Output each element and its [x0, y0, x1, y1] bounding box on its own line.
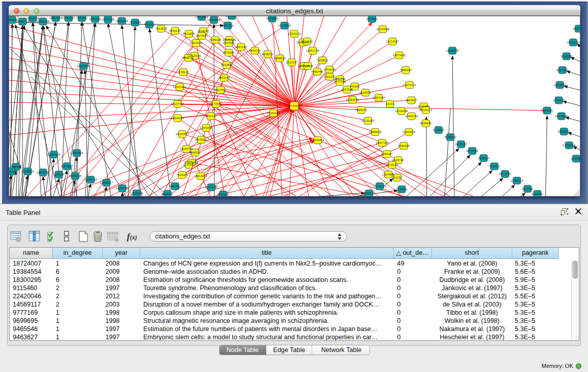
svg-text:8471676: 8471676 — [499, 172, 511, 176]
svg-text:16210643: 16210643 — [555, 115, 568, 118]
svg-text:1167533: 1167533 — [571, 157, 580, 160]
svg-text:9777169: 9777169 — [334, 80, 345, 83]
svg-text:9170065: 9170065 — [210, 102, 222, 105]
svg-text:12213967: 12213967 — [386, 40, 399, 43]
svg-text:1615132: 1615132 — [386, 163, 398, 166]
svg-text:9474444: 9474444 — [467, 149, 478, 152]
svg-text:12923446: 12923446 — [130, 192, 143, 195]
svg-text:12505135: 12505135 — [69, 174, 82, 178]
svg-text:10807487: 10807487 — [372, 96, 385, 99]
svg-text:8938920: 8938920 — [445, 136, 456, 139]
svg-text:9245652: 9245652 — [522, 187, 533, 190]
svg-text:62160: 62160 — [386, 102, 394, 105]
svg-text:10671355: 10671355 — [115, 19, 128, 23]
svg-text:6899695: 6899695 — [420, 122, 431, 125]
svg-text:15716485: 15716485 — [205, 186, 218, 189]
svg-text:15300243: 15300243 — [267, 112, 280, 115]
svg-text:7357224: 7357224 — [222, 24, 233, 27]
svg-text:17016504: 17016504 — [562, 144, 576, 147]
svg-text:10975867: 10975867 — [60, 165, 74, 168]
svg-text:8813054: 8813054 — [267, 17, 278, 20]
svg-text:1145194: 1145194 — [53, 173, 64, 176]
svg-text:2718176: 2718176 — [178, 71, 189, 74]
svg-text:15136141: 15136141 — [373, 185, 386, 188]
svg-text:8813054: 8813054 — [226, 16, 237, 17]
svg-text:10107554: 10107554 — [171, 102, 184, 105]
svg-text:2803144: 2803144 — [219, 76, 230, 79]
svg-text:15720407: 15720407 — [361, 119, 375, 122]
svg-text:1170342: 1170342 — [183, 163, 194, 166]
svg-text:2588520: 2588520 — [274, 57, 286, 60]
svg-text:11122334: 11122334 — [573, 27, 580, 30]
svg-text:15384554: 15384554 — [311, 139, 324, 142]
svg-text:10973493: 10973493 — [393, 54, 406, 57]
svg-text:8454749: 8454749 — [249, 49, 260, 52]
svg-text:16154838: 16154838 — [376, 28, 389, 31]
svg-text:11156829: 11156829 — [21, 170, 34, 173]
svg-text:16914479: 16914479 — [194, 174, 207, 178]
svg-text:10958117: 10958117 — [100, 181, 113, 184]
svg-text:18495794: 18495794 — [405, 115, 418, 118]
svg-text:9118273: 9118273 — [162, 192, 173, 195]
svg-text:8822110: 8822110 — [217, 193, 229, 196]
svg-text:7632621: 7632621 — [489, 165, 500, 168]
svg-text:10025438: 10025438 — [395, 110, 408, 113]
svg-text:9756928: 9756928 — [398, 144, 409, 147]
svg-text:12213342: 12213342 — [173, 85, 186, 89]
svg-text:20691406: 20691406 — [36, 20, 50, 23]
svg-text:7386372: 7386372 — [356, 108, 367, 112]
svg-text:19218506: 19218506 — [278, 24, 291, 27]
svg-text:9227342: 9227342 — [557, 69, 568, 72]
svg-text:12975115: 12975115 — [403, 83, 416, 86]
svg-text:17957225: 17957225 — [84, 178, 97, 181]
svg-text:12353594: 12353594 — [200, 126, 213, 129]
svg-text:8878352: 8878352 — [195, 138, 207, 141]
svg-text:9242848: 9242848 — [221, 63, 232, 67]
svg-text:3391514: 3391514 — [9, 170, 17, 173]
svg-text:6120746: 6120746 — [393, 159, 404, 162]
svg-text:19654923: 19654923 — [402, 130, 416, 134]
svg-text:12942737: 12942737 — [36, 171, 50, 174]
svg-text:16961758: 16961758 — [306, 49, 319, 52]
svg-text:18103112: 18103112 — [419, 108, 432, 112]
svg-text:6479197: 6479197 — [455, 143, 467, 146]
svg-text:9329966: 9329966 — [561, 55, 572, 58]
svg-text:8990448: 8990448 — [312, 70, 323, 73]
svg-text:18837194: 18837194 — [49, 16, 62, 19]
svg-text:9890112: 9890112 — [183, 56, 194, 59]
svg-text:9084067: 9084067 — [381, 152, 393, 156]
svg-text:10654112: 10654112 — [510, 179, 523, 182]
svg-text:16782759: 16782759 — [116, 187, 129, 190]
svg-text:5322037: 5322037 — [286, 61, 297, 64]
svg-text:16648764: 16648764 — [446, 49, 459, 52]
svg-text:7515526: 7515526 — [129, 21, 141, 24]
svg-text:17359924: 17359924 — [70, 151, 83, 155]
svg-text:10543382: 10543382 — [189, 41, 203, 45]
svg-text:8427552: 8427552 — [215, 89, 226, 92]
svg-text:6612910: 6612910 — [301, 40, 313, 43]
svg-text:1527602: 1527602 — [76, 16, 88, 19]
svg-text:252254: 252254 — [392, 176, 402, 179]
svg-text:7385061: 7385061 — [10, 165, 21, 168]
svg-text:6794028: 6794028 — [324, 68, 335, 71]
svg-text:5375685: 5375685 — [223, 51, 234, 54]
svg-text:1621072: 1621072 — [324, 75, 335, 78]
svg-text:19654943: 19654943 — [171, 117, 184, 120]
svg-text:6642311: 6642311 — [363, 192, 375, 195]
svg-text:2226055: 2226055 — [198, 30, 209, 33]
svg-text:7663822: 7663822 — [156, 27, 167, 30]
svg-text:9115460: 9115460 — [418, 105, 429, 108]
svg-text:9245001: 9245001 — [532, 192, 543, 195]
svg-text:3498222: 3498222 — [189, 151, 201, 154]
svg-text:7485063: 7485063 — [400, 69, 411, 72]
svg-text:11325419: 11325419 — [288, 32, 300, 35]
svg-text:9827505: 9827505 — [196, 34, 207, 37]
svg-text:7955812: 7955812 — [317, 59, 328, 62]
svg-text:20364436: 20364436 — [346, 98, 359, 101]
svg-text:1733426: 1733426 — [396, 188, 407, 191]
svg-text:7663822: 7663822 — [144, 23, 155, 26]
svg-text:1640954: 1640954 — [433, 128, 444, 132]
svg-text:2867608: 2867608 — [235, 46, 247, 49]
svg-text:2087682: 2087682 — [366, 17, 378, 20]
svg-text:9457791: 9457791 — [169, 185, 181, 188]
